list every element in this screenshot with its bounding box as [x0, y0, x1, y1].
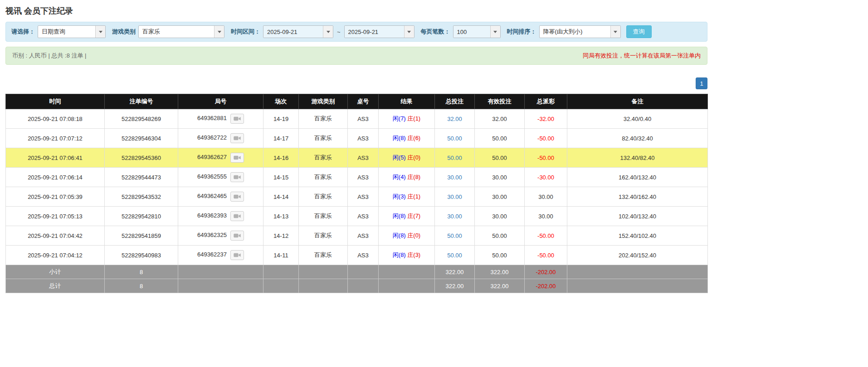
time-range-label: 时间区间： — [231, 28, 260, 36]
page-size-label: 每页笔数： — [421, 28, 450, 36]
chevron-down-icon[interactable] — [404, 26, 414, 38]
video-replay-button[interactable] — [230, 250, 244, 260]
cell-time: 2025-09-21 07:07:12 — [6, 129, 105, 148]
search-button[interactable]: 查询 — [626, 25, 652, 38]
col-header-time: 时间 — [6, 94, 105, 109]
result-banker: 庄(6) — [407, 135, 420, 141]
cell-round: 649362237 — [178, 246, 263, 265]
col-header-payout: 总派彩 — [525, 94, 567, 109]
cell-payout: -50.00 — [525, 129, 567, 148]
col-header-game: 游戏类别 — [299, 94, 348, 109]
result-player: 闲(8) — [393, 251, 406, 258]
page-size-dropdown[interactable]: 100 — [453, 25, 501, 38]
cell-valid-bet: 50.00 — [475, 246, 525, 265]
grand-total-valid-bet: 322.00 — [475, 279, 525, 293]
page-number-button[interactable]: 1 — [696, 77, 707, 89]
cell-payout: -32.00 — [525, 109, 567, 129]
video-camera-icon — [233, 135, 241, 141]
subtotal-valid-bet: 322.00 — [475, 265, 525, 279]
video-replay-button[interactable] — [230, 192, 244, 202]
date-from-dropdown[interactable]: 2025-09-21 — [263, 25, 333, 38]
game-type-dropdown[interactable]: 百家乐 — [138, 25, 224, 38]
cell-note: 162.40/132.40 — [567, 168, 708, 187]
grand-total-count: 8 — [105, 279, 178, 293]
video-replay-button[interactable] — [230, 114, 244, 124]
cell-valid-bet: 32.00 — [475, 109, 525, 129]
video-camera-icon — [233, 213, 241, 219]
grand-total-total-bet: 322.00 — [435, 279, 475, 293]
cell-time: 2025-09-21 07:04:12 — [6, 246, 105, 265]
cell-total-bet[interactable]: 50.00 — [435, 129, 475, 148]
result-player: 闲(8) — [393, 232, 406, 239]
table-row: 2025-09-21 07:08:18 522829548269 6493628… — [6, 109, 708, 129]
cell-round: 649362465 — [178, 187, 263, 207]
chevron-down-icon[interactable] — [610, 26, 620, 38]
table-row: 2025-09-21 07:04:12 522829540983 6493622… — [6, 246, 708, 265]
table-row: 2025-09-21 07:07:12 522829546304 6493627… — [6, 129, 708, 148]
cell-time: 2025-09-21 07:06:41 — [6, 148, 105, 168]
cell-bet-id: 522829545360 — [105, 148, 178, 168]
result-banker: 庄(1) — [407, 115, 420, 122]
cell-total-bet[interactable]: 30.00 — [435, 207, 475, 226]
cell-session: 14-15 — [263, 168, 299, 187]
cell-total-bet[interactable]: 30.00 — [435, 168, 475, 187]
result-banker: 庄(0) — [407, 232, 420, 239]
cell-table: AS3 — [348, 168, 379, 187]
cell-valid-bet: 50.00 — [475, 129, 525, 148]
result-banker: 庄(0) — [407, 154, 420, 161]
cell-result: 闲(5) 庄(0) — [379, 148, 435, 168]
cell-total-bet[interactable]: 30.00 — [435, 187, 475, 207]
chevron-down-icon[interactable] — [214, 26, 224, 38]
sort-label: 时间排序： — [507, 28, 536, 36]
cell-round: 649362555 — [178, 168, 263, 187]
cell-round: 649362881 — [178, 109, 263, 129]
cell-time: 2025-09-21 07:08:18 — [6, 109, 105, 129]
select-label: 请选择： — [11, 28, 35, 36]
video-replay-button[interactable] — [230, 211, 244, 221]
result-banker: 庄(3) — [407, 251, 420, 258]
col-header-result: 结果 — [379, 94, 435, 109]
subtotal-label: 小计 — [6, 265, 105, 279]
result-player: 闲(8) — [393, 212, 406, 219]
cell-table: AS3 — [348, 129, 379, 148]
cell-result: 闲(4) 庄(8) — [379, 168, 435, 187]
page-container: 视讯 会员下注纪录 请选择： 日期查询 游戏类别 百家乐 时间区间： 2025-… — [5, 0, 707, 293]
cell-table: AS3 — [348, 246, 379, 265]
video-replay-button[interactable] — [230, 172, 244, 182]
subtotal-row: 小计 8 322.00 322.00 -202.00 — [6, 265, 708, 279]
cell-payout: 30.00 — [525, 187, 567, 207]
cell-session: 14-11 — [263, 246, 299, 265]
chevron-down-icon[interactable] — [323, 26, 333, 38]
bet-records-table: 时间 注单编号 局号 场次 游戏类别 桌号 结果 总投注 有效投注 总派彩 备注… — [5, 94, 708, 293]
cell-valid-bet: 50.00 — [475, 148, 525, 168]
col-header-table: 桌号 — [348, 94, 379, 109]
chevron-down-icon[interactable] — [490, 26, 500, 38]
cell-table: AS3 — [348, 226, 379, 246]
query-type-value: 日期查询 — [38, 26, 95, 38]
video-replay-button[interactable] — [230, 231, 244, 241]
cell-total-bet[interactable]: 32.00 — [435, 109, 475, 129]
cell-total-bet[interactable]: 50.00 — [435, 246, 475, 265]
cell-note: 82.40/32.40 — [567, 129, 708, 148]
cell-result: 闲(8) 庄(7) — [379, 207, 435, 226]
round-number: 649362555 — [197, 173, 227, 180]
sort-dropdown[interactable]: 降幂(由大到小) — [539, 25, 621, 38]
empty-cell — [348, 279, 379, 293]
cell-game: 百家乐 — [299, 246, 348, 265]
result-player: 闲(3) — [393, 193, 406, 200]
currency-summary: 币别 : 人民币 | 总共 :8 注单 | — [12, 52, 87, 60]
cell-table: AS3 — [348, 187, 379, 207]
cell-payout: 30.00 — [525, 207, 567, 226]
table-body: 2025-09-21 07:08:18 522829548269 6493628… — [6, 109, 708, 265]
round-number: 649362393 — [197, 212, 227, 219]
round-number: 649362627 — [197, 154, 227, 160]
date-to-dropdown[interactable]: 2025-09-21 — [344, 25, 414, 38]
video-camera-icon — [233, 174, 241, 180]
cell-total-bet[interactable]: 50.00 — [435, 226, 475, 246]
chevron-down-icon[interactable] — [95, 26, 105, 38]
query-type-dropdown[interactable]: 日期查询 — [38, 25, 106, 38]
video-replay-button[interactable] — [230, 133, 244, 143]
cell-game: 百家乐 — [299, 187, 348, 207]
cell-total-bet[interactable]: 50.00 — [435, 148, 475, 168]
video-replay-button[interactable] — [230, 153, 244, 163]
